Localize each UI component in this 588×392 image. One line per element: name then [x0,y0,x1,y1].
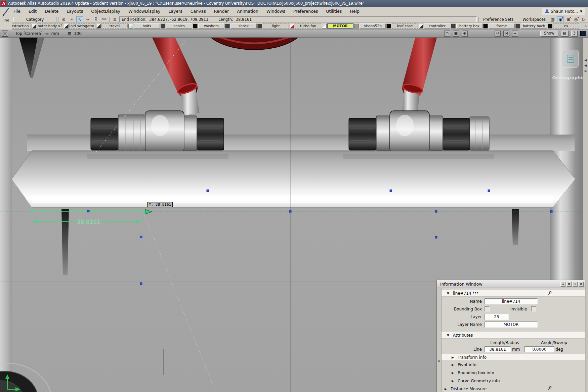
layer-symbol-travel[interactable] [128,24,133,29]
category-button[interactable]: Category [13,17,56,22]
layer-tab-motor[interactable]: MOTOR [327,23,353,29]
washer-stack[interactable] [470,117,489,150]
menu-file[interactable]: File [13,9,20,14]
layer-tab-battery-box[interactable]: battery box [456,23,482,29]
resize-panel-icon[interactable]: ↕ [560,282,565,287]
panel-gutter[interactable]: ≣ [437,288,442,392]
object-section-header[interactable]: ▼ line#714 *** [442,290,585,297]
angle-field[interactable]: 0.0000 [524,346,554,352]
grid-spacing-value[interactable]: 100 [74,31,82,36]
no-snap-icon[interactable]: ⊘ [60,16,67,22]
expander-icon[interactable]: ▼ [447,334,450,337]
workspaces-button[interactable]: Workspaces [520,17,548,22]
viewport-canvas[interactable]: 38.8161 Y: 38.8161 Orthographic ◀ [0,38,588,392]
panel-menu-icon[interactable]: ≡ [566,282,572,287]
lasso-select-icon[interactable]: ◠ [444,31,450,37]
layer-tab-frame[interactable]: frame [489,23,515,29]
user-account-button[interactable]: Shaun Hutc... ▼ [542,8,585,15]
viewport-units[interactable]: mm [51,31,59,36]
red-tube-left[interactable] [161,38,187,88]
curve-snap-icon[interactable]: ∿ [76,16,83,22]
panel-layout-button[interactable]: ▤ [561,31,569,37]
layer-symbol-shock[interactable] [257,24,262,29]
distance-measure-section[interactable]: ▶ Distance Measure [442,385,585,392]
panel-menu-icon[interactable]: ≣ [584,69,587,72]
pane-count-button[interactable]: 3 [571,31,578,37]
hex-nut[interactable] [443,118,470,150]
expander-icon[interactable]: ▶ [452,356,455,359]
layer-symbol-light[interactable] [290,24,294,29]
layer-symbol-cables[interactable] [193,24,198,29]
magnet-snap-icon[interactable]: ◉ [557,16,564,22]
bounding-box-info-section[interactable]: ▶ Bounding box info [442,369,585,377]
washer[interactable] [184,116,197,151]
menu-layers[interactable]: Layers [168,9,182,14]
viewport-close-icon[interactable] [2,31,8,37]
layer-symbol-battery-box[interactable] [483,24,488,29]
menu-windowdisplay[interactable]: WindowDisplay [128,9,160,14]
layer-symbol-frame[interactable] [515,24,520,29]
name-field[interactable]: line#714 [485,298,538,304]
layer-symbol-controller[interactable] [451,24,456,29]
washer[interactable] [376,116,390,151]
orbit-icon[interactable]: ↺ [495,31,501,37]
invisible-checkbox[interactable] [531,306,536,311]
layer-tab-controller[interactable]: controller [424,23,450,29]
layer-symbol-bolts[interactable] [161,24,165,29]
cv-snap-icon[interactable]: ⊹ [84,16,91,22]
prompt-history-icon[interactable]: ≣ [111,16,118,22]
information-window-titlebar[interactable]: Information Window ↕ ≡ ▷ × [437,280,585,288]
layer-symbol-leaf-case[interactable] [419,24,423,29]
chrome-bar[interactable] [12,151,575,207]
collapse-panel-icon[interactable]: ▷ [573,282,578,287]
preference-sets-button[interactable]: Preference Sets [480,17,516,22]
menu-windows[interactable]: Windows [266,9,285,14]
grid-magnet-icon[interactable]: ⊞ [565,16,572,22]
layer-tab-light[interactable]: light [263,23,289,29]
layer-tabs-scroll-right[interactable]: ▷ [584,23,588,29]
left-pillar[interactable] [0,38,12,392]
red-torus[interactable] [204,38,305,50]
grid-snap-icon[interactable]: ⌖ [68,16,75,22]
layer-field[interactable]: 25 [485,314,509,320]
length-field[interactable]: 38.8161 [485,346,511,352]
expander-icon[interactable]: ▶ [445,387,448,391]
dark-strip-left[interactable] [61,209,69,275]
window-layout-icon[interactable]: ▥ [549,16,556,22]
menu-animation[interactable]: Animation [237,9,258,14]
right-shock-assembly[interactable] [349,38,489,152]
layer-tab-cables[interactable]: cables [166,23,192,29]
menu-preferences[interactable]: Preferences [293,9,318,14]
hex-nut[interactable] [197,118,224,150]
transform-info-section[interactable]: ▶ Transform info [442,354,585,361]
layer-tab-washers[interactable]: washers [198,23,224,29]
layer-tab-shock[interactable]: shock [230,23,257,29]
twist-icon[interactable]: ⋈ [503,31,509,37]
menu-edit[interactable]: Edit [29,9,37,14]
red-tube-right[interactable] [413,38,427,88]
layer-tab-bolts[interactable]: bolts [134,23,160,29]
washer-stack[interactable] [118,115,145,152]
pin-icon[interactable] [547,291,552,296]
layer-symbol-outer-body-v2[interactable] [64,24,69,29]
layer-symbol-old-swingarm[interactable] [96,24,101,29]
curve-geometry-info-section[interactable]: ▶ Curve Geometry info [442,377,585,385]
hex-nut[interactable] [91,118,118,150]
minimize-viewport-icon[interactable] [580,31,586,36]
show-button[interactable]: Show [540,31,558,37]
menu-canvas[interactable]: Canvas [191,9,206,14]
dark-strip-right[interactable] [512,209,519,245]
expand-right-icon[interactable]: ▷ [580,16,587,22]
current-tool-indicator[interactable]: line [0,7,12,30]
left-shock-assembly[interactable] [91,38,224,152]
layer-tab-nissan52b[interactable]: nissan52b [360,23,386,29]
menu-utilities[interactable]: Utilities [326,9,342,14]
panel-expand-icon[interactable]: ◀ [584,58,587,62]
layer-symbol-motor[interactable] [354,24,359,29]
layer-tab-outer-body-v2[interactable]: outer body v2 [37,23,63,29]
pin-icon[interactable] [547,386,552,391]
close-panel-icon[interactable]: × [579,282,584,287]
marquee-select-icon[interactable]: ▣ [453,31,459,37]
layer-tab-old-swingarm[interactable]: old swingarm [69,23,95,29]
line-end-arrow[interactable] [145,209,152,214]
